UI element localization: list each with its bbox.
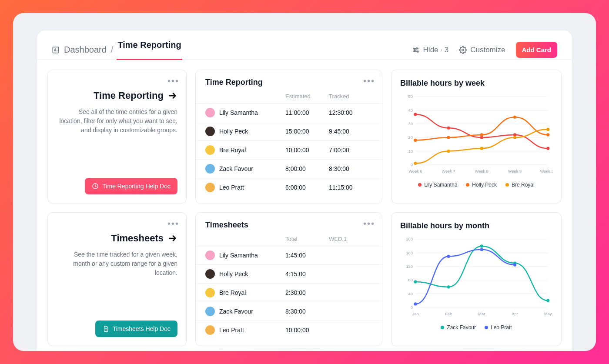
avatar (205, 164, 215, 174)
table-row[interactable]: Bre Royal2:30:00 (196, 283, 382, 302)
col-tracked: Tracked (329, 93, 372, 100)
time-reporting-table-card: ••• Time Reporting Estimated Tracked Lil… (195, 70, 382, 204)
table-row[interactable]: Lily Samantha11:00:0012:30:00 (196, 103, 382, 122)
svg-text:40: 40 (408, 292, 413, 296)
legend-item: Bre Royal (505, 182, 535, 188)
legend-dot (505, 183, 509, 187)
table-row[interactable]: Leo Pratt6:00:0011:15:00 (196, 178, 382, 197)
svg-point-35 (480, 147, 483, 150)
svg-point-31 (513, 116, 516, 119)
avatar (205, 288, 215, 297)
arrow-right-icon[interactable] (168, 91, 177, 100)
svg-point-28 (414, 139, 417, 142)
svg-point-30 (480, 133, 483, 136)
svg-text:30: 30 (408, 122, 413, 126)
table-row[interactable]: Zack Favour8:00:008:30:00 (196, 159, 382, 178)
table-row[interactable]: Zack Favour8:30:00 (196, 302, 382, 321)
breadcrumb-current[interactable]: Time Reporting (117, 40, 181, 60)
topbar: Dashboard / Time Reporting Hide · 3 Cust… (37, 30, 572, 60)
clock-icon (92, 183, 99, 190)
cell-total: 4:15:00 (285, 270, 329, 277)
table-row[interactable]: Lily Samantha1:45:00 (196, 246, 382, 264)
cell-total: 8:30:00 (285, 308, 329, 315)
dashboard-icon (52, 46, 60, 54)
svg-point-57 (480, 244, 483, 247)
table-row[interactable]: Bre Royal10:00:007:00:00 (196, 140, 382, 159)
arrow-right-icon[interactable] (168, 234, 177, 243)
more-icon[interactable]: ••• (167, 76, 179, 86)
chart-title: Billable hours by week (400, 79, 552, 88)
more-icon[interactable]: ••• (363, 76, 375, 86)
cell-name: Zack Favour (219, 308, 253, 315)
svg-text:Week 6: Week 6 (408, 169, 422, 174)
svg-point-63 (513, 263, 516, 266)
svg-text:10: 10 (408, 149, 413, 154)
customize-button[interactable]: Customize (459, 46, 505, 54)
svg-text:Week 7: Week 7 (442, 169, 455, 174)
table-row[interactable]: Holly Peck4:15:00 (196, 264, 382, 283)
table-row[interactable]: Leo Pratt10:00:00 (196, 321, 382, 339)
hide-toggle[interactable]: Hide · 3 (412, 46, 449, 54)
svg-text:0: 0 (411, 163, 413, 167)
add-card-button[interactable]: Add Card (516, 42, 558, 58)
info-desc: See all of the time entries for a given … (57, 107, 177, 135)
avatar (205, 183, 215, 192)
info-title: Time Reporting (94, 90, 164, 101)
svg-text:Feb: Feb (445, 312, 452, 316)
svg-text:Week 8: Week 8 (475, 169, 489, 174)
svg-point-61 (447, 255, 450, 258)
svg-point-24 (447, 127, 450, 130)
col-total: Total (285, 236, 329, 242)
svg-point-55 (414, 280, 417, 283)
svg-text:Mar: Mar (478, 312, 485, 316)
cell-total: 1:45:00 (285, 252, 329, 259)
info-desc: See the time tracked for a given week, m… (57, 250, 177, 277)
cell-tracked: 12:30:00 (329, 109, 372, 116)
legend-item: Lily Samantha (418, 182, 457, 188)
table-row[interactable]: Holly Peck15:00:009:45:00 (196, 122, 382, 140)
more-icon[interactable]: ••• (167, 219, 179, 229)
hide-label: Hide · 3 (423, 46, 449, 54)
timesheets-help-button[interactable]: Timesheets Help Doc (95, 321, 177, 337)
svg-point-37 (546, 128, 549, 131)
info-title: Timesheets (111, 233, 164, 244)
chart-month-plot: 04080120160200JanFebMarAprMay (400, 235, 552, 320)
svg-point-56 (447, 285, 450, 288)
svg-point-60 (414, 302, 417, 305)
cell-total: 10:00:00 (285, 327, 329, 334)
cell-tracked: 7:00:00 (329, 147, 372, 154)
cell-name: Holly Peck (219, 270, 248, 277)
table-title: Time Reporting (196, 70, 382, 90)
cell-estimated: 10:00:00 (285, 147, 329, 154)
svg-text:May: May (544, 312, 552, 316)
svg-text:0: 0 (411, 305, 413, 310)
avatar (205, 127, 215, 136)
svg-point-2 (414, 49, 415, 50)
chart-billable-week: Billable hours by week 01020304050Week 6… (391, 70, 562, 204)
avatar (205, 325, 215, 335)
svg-text:80: 80 (408, 278, 413, 282)
breadcrumb-root[interactable]: Dashboard (64, 45, 107, 55)
svg-point-29 (447, 136, 450, 139)
chart-billable-month: Billable hours by month 04080120160200Ja… (391, 212, 562, 346)
svg-text:Week 9: Week 9 (508, 169, 522, 174)
time-reporting-help-button[interactable]: Time Reporting Help Doc (85, 178, 177, 194)
table-header: Total WED,1 (196, 232, 382, 246)
svg-text:50: 50 (408, 94, 413, 99)
legend-dot (441, 326, 444, 329)
info-card-time-reporting: ••• Time Reporting See all of the time e… (47, 70, 187, 204)
svg-point-23 (414, 113, 417, 116)
cell-name: Lily Samantha (219, 252, 258, 259)
svg-point-1 (416, 47, 417, 49)
svg-text:40: 40 (408, 108, 413, 113)
breadcrumb-current-label: Time Reporting (117, 40, 181, 50)
avatar (205, 108, 215, 117)
cell-name: Leo Pratt (219, 327, 244, 334)
chart-legend: Lily SamanthaHolly PeckBre Royal (400, 182, 552, 188)
svg-text:160: 160 (406, 251, 412, 255)
cell-name: Zack Favour (219, 165, 253, 172)
more-icon[interactable]: ••• (363, 219, 375, 229)
avatar (205, 269, 215, 279)
cell-name: Leo Pratt (219, 184, 244, 191)
chart-legend: Zack FavourLeo Pratt (400, 324, 552, 331)
